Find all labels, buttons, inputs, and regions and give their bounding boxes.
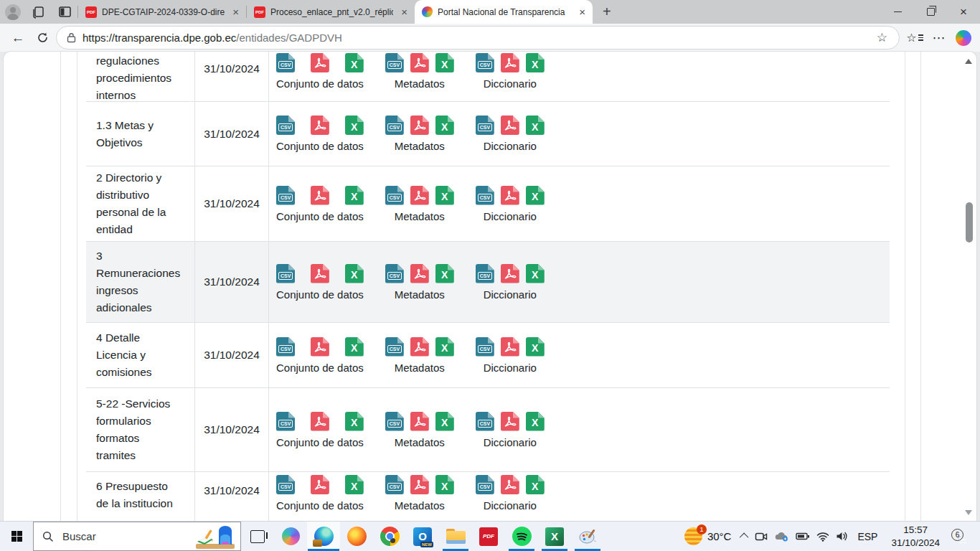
pdf-file-icon[interactable] [501, 53, 519, 72]
weather-widget[interactable]: 1 30°C [684, 527, 732, 545]
excel-file-icon[interactable]: X [526, 186, 545, 205]
excel-file-icon[interactable]: X [435, 337, 454, 357]
csv-file-icon[interactable]: CSV [276, 186, 295, 205]
show-hidden-icons-chevron[interactable] [740, 533, 749, 542]
new-tab-button[interactable]: + [603, 4, 611, 20]
battery-icon[interactable] [796, 532, 810, 541]
pdf-file-icon[interactable] [311, 412, 329, 431]
excel-file-icon[interactable]: X [435, 412, 454, 431]
tab-actions-button[interactable] [52, 0, 77, 24]
back-button[interactable]: ← [6, 30, 30, 46]
add-favorite-button[interactable]: ☆ [870, 30, 895, 45]
pdf-file-icon[interactable] [410, 53, 429, 72]
pdf-file-icon[interactable] [410, 475, 429, 494]
pdf-file-icon[interactable] [410, 337, 429, 357]
excel-file-icon[interactable]: X [435, 53, 454, 72]
taskbar-paint-button[interactable] [571, 522, 604, 551]
workspaces-button[interactable] [26, 0, 52, 24]
csv-file-icon[interactable]: CSV [276, 264, 295, 283]
csv-file-icon[interactable]: CSV [476, 53, 494, 72]
settings-more-button[interactable]: ⋯ [927, 30, 951, 46]
pdf-file-icon[interactable] [410, 186, 429, 205]
restore-button[interactable] [914, 0, 947, 24]
excel-file-icon[interactable]: X [526, 53, 545, 72]
taskbar-excel-button[interactable]: X [538, 522, 571, 551]
search-input[interactable] [61, 529, 171, 543]
address-bar[interactable]: https://transparencia.dpe.gob.ec/entidad… [56, 26, 900, 50]
tab-close-icon[interactable]: × [576, 6, 588, 17]
tab-pdf-2[interactable]: PDF Proceso_enlace_pnt_v2.0_réplica_ × [247, 0, 415, 24]
refresh-button[interactable] [30, 32, 55, 44]
excel-file-icon[interactable]: X [345, 412, 364, 431]
taskbar-chrome-button[interactable] [373, 522, 406, 551]
excel-file-icon[interactable]: X [526, 116, 545, 135]
csv-file-icon[interactable]: CSV [385, 186, 404, 205]
favorites-hub-button[interactable]: ☆ [903, 31, 927, 44]
pdf-file-icon[interactable] [410, 412, 429, 431]
taskbar-file-explorer-button[interactable] [439, 522, 472, 551]
excel-file-icon[interactable]: X [345, 116, 364, 135]
onedrive-icon[interactable] [774, 531, 789, 542]
taskbar-firefox-button[interactable] [340, 522, 373, 551]
pdf-file-icon[interactable] [410, 264, 429, 283]
excel-file-icon[interactable]: X [526, 412, 545, 431]
tab-pdf-1[interactable]: PDF DPE-CGTAIP-2024-0339-O-directri × [78, 0, 246, 24]
start-button[interactable] [0, 522, 33, 551]
scrollbar-thumb[interactable] [966, 202, 973, 242]
scrollbar-up-arrow[interactable] [965, 59, 972, 64]
taskbar-spotify-button[interactable] [505, 522, 538, 551]
pdf-file-icon[interactable] [501, 264, 519, 283]
copilot-button[interactable] [951, 30, 976, 46]
csv-file-icon[interactable]: CSV [276, 475, 295, 494]
wifi-icon[interactable] [816, 532, 829, 542]
pdf-file-icon[interactable] [311, 264, 329, 283]
profile-button[interactable] [0, 0, 26, 24]
pdf-file-icon[interactable] [501, 337, 519, 357]
taskbar-copilot-button[interactable] [274, 522, 307, 551]
excel-file-icon[interactable]: X [526, 475, 545, 494]
excel-file-icon[interactable]: X [435, 186, 454, 205]
task-view-button[interactable] [241, 522, 274, 551]
meet-now-icon[interactable] [755, 531, 768, 542]
minimize-button[interactable] [881, 0, 914, 24]
tab-portal-transparencia-active[interactable]: Portal Nacional de Transparencia × [415, 0, 593, 24]
taskbar-outlook-button[interactable]: ONEW [406, 522, 439, 551]
pdf-file-icon[interactable] [311, 53, 329, 72]
excel-file-icon[interactable]: X [345, 337, 364, 357]
taskbar-edge-button[interactable] [307, 522, 340, 551]
csv-file-icon[interactable]: CSV [476, 475, 494, 494]
pdf-file-icon[interactable] [501, 186, 519, 205]
excel-file-icon[interactable]: X [435, 264, 454, 283]
excel-file-icon[interactable]: X [345, 264, 364, 283]
excel-file-icon[interactable]: X [435, 116, 454, 135]
csv-file-icon[interactable]: CSV [385, 475, 404, 494]
csv-file-icon[interactable]: CSV [276, 337, 295, 357]
csv-file-icon[interactable]: CSV [385, 412, 404, 431]
csv-file-icon[interactable]: CSV [476, 412, 494, 431]
language-indicator[interactable]: ESP [857, 531, 877, 542]
excel-file-icon[interactable]: X [526, 264, 545, 283]
excel-file-icon[interactable]: X [526, 337, 545, 357]
speaker-icon[interactable] [836, 531, 848, 542]
excel-file-icon[interactable]: X [345, 475, 364, 494]
tab-close-icon[interactable]: × [398, 6, 410, 17]
csv-file-icon[interactable]: CSV [385, 53, 404, 72]
taskbar-pdf-app-button[interactable]: PDF [472, 522, 505, 551]
taskbar-search[interactable] [33, 522, 241, 551]
excel-file-icon[interactable]: X [345, 186, 364, 205]
excel-file-icon[interactable]: X [435, 475, 454, 494]
csv-file-icon[interactable]: CSV [276, 116, 295, 135]
pdf-file-icon[interactable] [501, 116, 519, 135]
csv-file-icon[interactable]: CSV [476, 116, 494, 135]
pdf-file-icon[interactable] [501, 475, 519, 494]
csv-file-icon[interactable]: CSV [476, 186, 494, 205]
pdf-file-icon[interactable] [311, 186, 329, 205]
csv-file-icon[interactable]: CSV [276, 53, 295, 72]
pdf-file-icon[interactable] [410, 116, 429, 135]
csv-file-icon[interactable]: CSV [476, 337, 494, 357]
tab-close-icon[interactable]: × [230, 6, 242, 17]
close-window-button[interactable]: × [947, 0, 980, 24]
csv-file-icon[interactable]: CSV [385, 264, 404, 283]
csv-file-icon[interactable]: CSV [476, 264, 494, 283]
clock[interactable]: 15:57 31/10/2024 [891, 524, 940, 549]
